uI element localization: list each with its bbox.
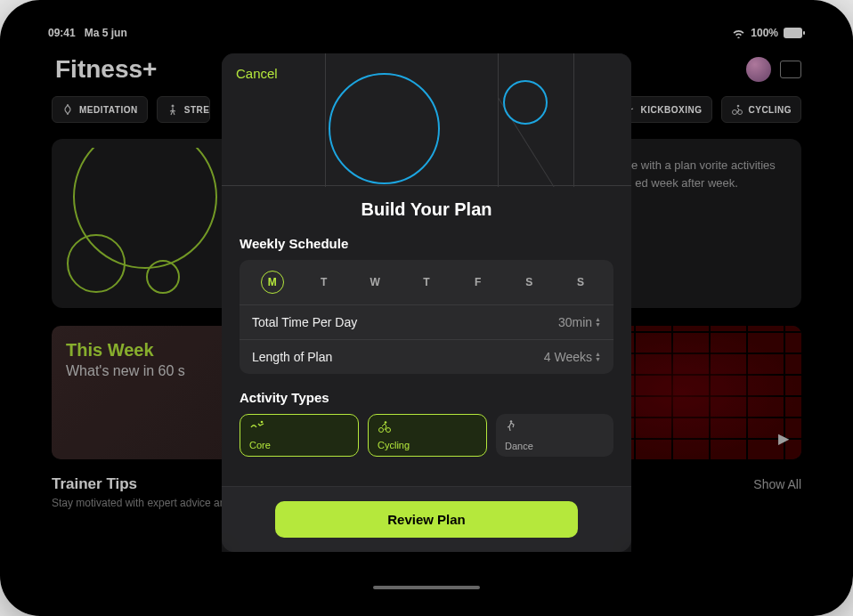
total-time-value: 30min <box>558 315 592 329</box>
total-time-label: Total Time Per Day <box>252 315 357 329</box>
day-button-5[interactable]: S <box>517 271 540 294</box>
modal-header-graphic: Cancel <box>222 53 631 187</box>
home-indicator[interactable] <box>373 586 480 589</box>
activity-card-core[interactable]: Core <box>240 414 359 457</box>
day-button-2[interactable]: W <box>363 271 386 294</box>
activity-label: Cycling <box>378 440 477 450</box>
core-icon <box>249 420 349 434</box>
svg-point-14 <box>510 420 513 423</box>
review-plan-button[interactable]: Review Plan <box>275 501 578 538</box>
activity-row: CoreCyclingDance <box>240 414 613 457</box>
day-button-4[interactable]: F <box>467 271 490 294</box>
day-button-0[interactable]: M <box>261 271 284 294</box>
length-value: 4 Weeks <box>544 350 592 364</box>
svg-point-10 <box>261 421 264 424</box>
modal-title: Build Your Plan <box>240 199 613 220</box>
activity-card-cycling[interactable]: Cycling <box>368 414 487 457</box>
cycling-icon <box>378 420 477 434</box>
svg-point-11 <box>379 428 384 433</box>
dance-icon <box>505 419 605 434</box>
svg-point-12 <box>386 428 391 433</box>
stepper-icon: ▲▼ <box>595 317 601 328</box>
modal-overlay: Cancel Build Your Plan Weekly Schedule M… <box>32 21 821 595</box>
length-label: Length of Plan <box>252 350 332 364</box>
activity-label: Core <box>249 440 349 450</box>
svg-point-13 <box>385 421 387 424</box>
length-row[interactable]: Length of Plan 4 Weeks ▲▼ <box>240 339 613 374</box>
cancel-button[interactable]: Cancel <box>236 66 278 81</box>
activity-types-label: Activity Types <box>240 390 613 405</box>
day-button-3[interactable]: T <box>415 271 438 294</box>
day-button-6[interactable]: S <box>569 271 592 294</box>
schedule-card: MTWTFSS Total Time Per Day 30min ▲▼ Leng… <box>240 260 613 374</box>
total-time-row[interactable]: Total Time Per Day 30min ▲▼ <box>240 304 613 339</box>
activity-label: Dance <box>505 441 605 451</box>
modal-footer: Review Plan <box>222 486 631 552</box>
day-button-1[interactable]: T <box>313 271 336 294</box>
activity-card-dance[interactable]: Dance <box>496 414 613 457</box>
weekly-schedule-label: Weekly Schedule <box>240 236 613 251</box>
build-plan-modal: Cancel Build Your Plan Weekly Schedule M… <box>222 53 631 552</box>
stepper-icon: ▲▼ <box>595 352 601 362</box>
days-row: MTWTFSS <box>240 260 613 304</box>
